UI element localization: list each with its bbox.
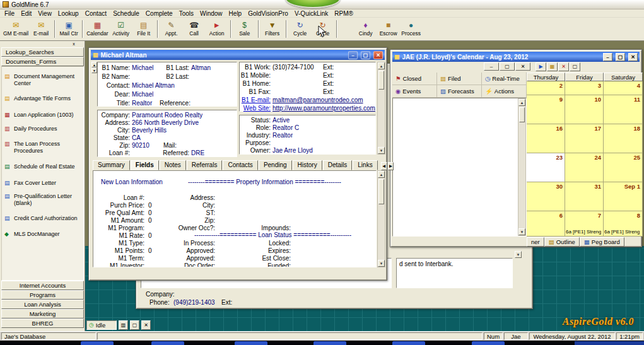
tab-planner[interactable]: ner (527, 237, 544, 247)
calendar-day-cell[interactable]: Sep 1 (604, 182, 643, 211)
tab-summary[interactable]: Summary (93, 160, 130, 170)
sidebar-tab-marketing[interactable]: Marketing (1, 309, 84, 319)
filter-real-time-button[interactable]: ◷Real-Time (482, 73, 527, 85)
maximize-icon[interactable]: ▢ (361, 51, 370, 59)
activity-list-pane[interactable]: ▲ ▼ (392, 98, 527, 237)
sidebar-item-schedule-of-real-estate[interactable]: ▤Schedule of Real Estate (4, 163, 83, 170)
field-value[interactable]: (310)724-7100 (272, 64, 323, 71)
taskbar-button[interactable] (313, 341, 346, 345)
toolbar-calendar-button[interactable]: ▦Calendar (85, 19, 110, 40)
activity-scrollbar[interactable]: ▲ ▼ (518, 98, 526, 236)
tab-contacts[interactable]: Contacts (223, 160, 257, 170)
calendar-day-cell[interactable]: 3 (565, 81, 604, 95)
calendar-day-cell[interactable]: 2 (527, 81, 565, 95)
field-value[interactable]: Michael (132, 64, 160, 71)
grid-view-icon[interactable]: ▦ (547, 62, 558, 71)
tab-notes[interactable]: Notes (160, 160, 186, 170)
toolbar-call-button[interactable]: ☎Call (183, 19, 206, 40)
spin-down-icon[interactable]: ▼ (91, 67, 97, 73)
calendar-event[interactable]: 6a [PE1] Streng (604, 229, 640, 235)
calendar-day-cell-selected[interactable]: 23 (527, 153, 565, 182)
day-header-friday[interactable]: Friday (565, 73, 604, 81)
day-header-thursday[interactable]: Thursday (527, 73, 565, 81)
close-icon[interactable]: ✕ (628, 53, 638, 61)
toolbar-cindy-button[interactable]: ♦Cindy (354, 19, 377, 40)
scroll-up-icon[interactable]: ▲ (518, 99, 525, 106)
pane-close-icon[interactable]: ✕ (515, 62, 530, 71)
calendar-day-cell[interactable]: 76a [PE1] Streng (565, 211, 604, 237)
menu-view[interactable]: View (35, 9, 55, 18)
toolbar-appt-button[interactable]: ✎Appt. (160, 19, 183, 40)
calendar-day-cell[interactable]: 25 (604, 153, 643, 182)
scroll-up-icon[interactable]: ▲ (378, 62, 385, 69)
menu-v-quicklink[interactable]: V-QuickLink (291, 9, 331, 18)
sidebar-tab-loan-analysis[interactable]: Loan Analysis (1, 300, 84, 309)
minimize-icon[interactable]: – (348, 51, 358, 59)
calendar-window[interactable]: ▦ JAE (J.R. Lloyd)'s Calendar - Aug 23, … (390, 49, 642, 247)
field-value[interactable]: 0 (146, 209, 152, 216)
menu-complete[interactable]: Complete (143, 9, 176, 18)
delete-icon[interactable]: ✕ (558, 62, 569, 71)
scroll-down-icon[interactable]: ▼ (378, 147, 385, 154)
tab-scroll-right-icon[interactable]: ► (388, 162, 394, 170)
taskbar-button[interactable] (472, 341, 505, 345)
sidebar-tab-programs[interactable]: Programs (1, 290, 84, 300)
calendar-event[interactable]: 6a [PE1] Streng (566, 229, 601, 235)
record-scrollbar[interactable]: ▲ ▼ (377, 62, 385, 155)
email-link[interactable]: maltman@paramountrodeo.com (272, 96, 363, 103)
phone-value[interactable]: (949)219-1403 (173, 299, 215, 306)
field-value[interactable]: 0 (146, 232, 152, 239)
toolbar-sale-button[interactable]: $Sale (233, 19, 256, 40)
scroll-down-icon[interactable]: ▼ (515, 251, 522, 258)
scroll-down-icon[interactable]: ▼ (518, 228, 525, 235)
menu-help[interactable]: Help (226, 9, 245, 18)
toolbar-gm-email-button[interactable]: ✉GM E-mail (2, 19, 30, 40)
spin-up-icon[interactable]: ▲ (91, 62, 97, 67)
pane-maximize-icon[interactable]: ▢ (500, 62, 515, 71)
field-value[interactable]: Jae Arre Lloyd (272, 147, 313, 154)
sidebar-item-daily-procedures[interactable]: ▥Daily Procedures (4, 126, 83, 132)
field-value[interactable]: Realtor C (272, 124, 299, 131)
sidebar-item-credit-card-authorization[interactable]: ▤Credit Card Authorization (4, 215, 83, 222)
filter-forecasts-button[interactable]: ▨Forecasts (437, 85, 482, 98)
sidebar-close-icon[interactable]: x (71, 42, 77, 47)
field-value[interactable]: Active (272, 117, 290, 124)
contact-titlebar[interactable]: ▤ Michael Altman – ▢ ✕ (91, 50, 385, 60)
filter-closed-button[interactable]: ⚑Closed (392, 73, 437, 85)
toolbar-escrow-button[interactable]: ■Escrow (377, 19, 400, 40)
calendar-day-cell[interactable]: 30 (527, 182, 565, 211)
scrollbar-thumb[interactable] (519, 107, 525, 122)
field-value[interactable]: Michael (132, 91, 153, 98)
toolbar-process-button[interactable]: ●Process (400, 19, 423, 40)
filter-events-button[interactable]: ◉Events (392, 85, 437, 98)
status-button-1[interactable]: ▥ (119, 320, 128, 330)
sidebar-tab-documents-forms[interactable]: Documents_Forms (1, 57, 84, 66)
status-button-2[interactable]: ▢ (130, 320, 139, 330)
scroll-up-icon[interactable]: ▲ (378, 171, 385, 178)
scroll-down-icon[interactable]: ▼ (378, 260, 385, 267)
taskbar-button[interactable] (392, 341, 425, 345)
close-icon[interactable]: ✕ (373, 51, 383, 59)
menu-file[interactable]: File (1, 9, 18, 18)
menu-tools[interactable]: Tools (176, 9, 197, 18)
sidebar-item-advantage-title-forms[interactable]: ▤Advantage Title Forms (4, 95, 83, 102)
status-button-3[interactable]: ✕ (141, 320, 151, 330)
toolbar-file-it-button[interactable]: ▤File It (132, 19, 155, 40)
calendar-day-cell[interactable]: 9 (527, 95, 565, 124)
toolbar-email-button[interactable]: ✉E-mail (30, 19, 52, 40)
sidebar-tab-bhreg[interactable]: BHREG (1, 319, 84, 328)
website-link[interactable]: http://www.paramountproperties.com/ (272, 105, 375, 112)
tab-links[interactable]: Links (353, 160, 377, 170)
field-value[interactable]: Realtor (272, 132, 293, 139)
sidebar-item-mls-docmanager[interactable]: ◆MLS DocManager (4, 231, 83, 238)
field-value[interactable]: CA (132, 134, 141, 141)
toolbar-mail-ctr-button[interactable]: ▣Mail Ctr (57, 19, 80, 40)
taskbar-button[interactable] (81, 341, 114, 345)
calendar-day-cell[interactable]: 16 (527, 124, 565, 153)
tab-fields[interactable]: Fields (131, 160, 159, 170)
sidebar-item-loan-process-procedures[interactable]: ▥The Loan Process Procedures (4, 141, 83, 155)
menu-window[interactable]: Window (197, 9, 226, 18)
menu-goldvisionpro[interactable]: GoldVisionPro (245, 9, 291, 18)
calendar-day-cell[interactable]: 10 (565, 95, 604, 124)
menu-contact[interactable]: Contact (82, 9, 110, 18)
